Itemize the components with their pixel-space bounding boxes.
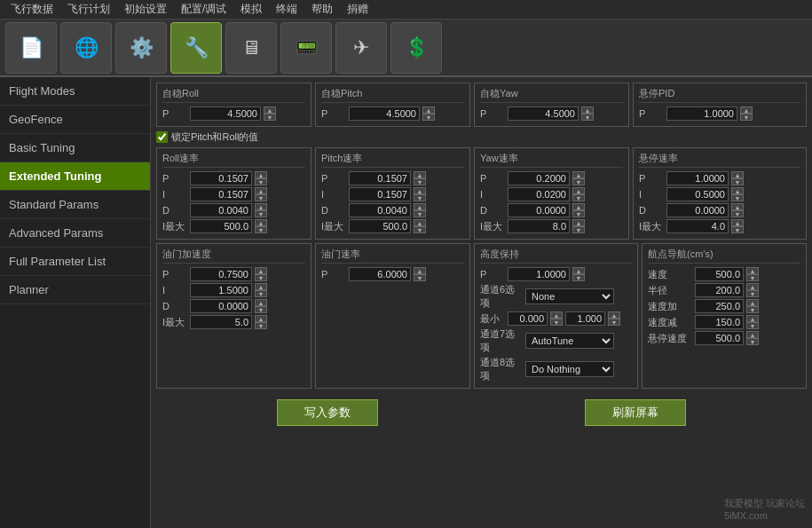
roll-pid-p-down[interactable]: ▼ — [264, 114, 276, 121]
sidebar-item-full-parameter-list[interactable]: Full Parameter List — [0, 248, 150, 276]
pitch-rate-p-input[interactable] — [349, 171, 411, 185]
wp-speed-accel-up[interactable]: ▲ — [746, 299, 759, 306]
pitch-rate-i-input[interactable] — [349, 187, 411, 201]
toolbar-help[interactable]: ✈ — [335, 22, 387, 74]
roll-pid-p-input[interactable] — [190, 106, 261, 121]
pitch-pid-p-input[interactable] — [349, 106, 420, 121]
wp-speed-decel-up[interactable]: ▲ — [746, 315, 759, 322]
roll-rate-d-down[interactable]: ▼ — [255, 210, 267, 217]
thr-rate-p-down[interactable]: ▼ — [414, 274, 426, 281]
yaw-rate-imax-input[interactable] — [508, 219, 570, 233]
yaw-rate-i-input[interactable] — [508, 187, 570, 201]
wp-speed-decel-spinner[interactable]: ▲ ▼ — [746, 315, 759, 329]
pitch-rate-imax-down[interactable]: ▼ — [414, 226, 426, 233]
loiter-rate-p-up[interactable]: ▲ — [731, 171, 744, 178]
loiter-pid-p-spinner[interactable]: ▲ ▼ — [740, 106, 753, 121]
yaw-rate-i-up[interactable]: ▲ — [572, 187, 585, 194]
roll-rate-d-input[interactable] — [190, 203, 252, 217]
pitch-pid-p-down[interactable]: ▼ — [422, 114, 435, 121]
alt-hold-p-input[interactable] — [508, 267, 570, 281]
pitch-rate-i-spinner[interactable]: ▲ ▼ — [414, 187, 426, 201]
thr-accel-i-up[interactable]: ▲ — [255, 283, 267, 290]
ch6-select[interactable]: None AutoTune Do Nothing — [525, 288, 614, 304]
roll-rate-i-up[interactable]: ▲ — [255, 187, 267, 194]
wp-speed-down[interactable]: ▼ — [746, 274, 759, 281]
toolbar-donate[interactable]: 💲 — [390, 22, 442, 74]
max-down[interactable]: ▼ — [608, 319, 620, 326]
roll-rate-imax-spinner[interactable]: ▲ ▼ — [255, 219, 267, 233]
wp-loiter-speed-input[interactable] — [695, 331, 744, 345]
wp-loiter-speed-spinner[interactable]: ▲ ▼ — [746, 331, 759, 345]
roll-rate-i-down[interactable]: ▼ — [255, 194, 267, 201]
roll-rate-p-up[interactable]: ▲ — [255, 171, 267, 178]
loiter-rate-imax-down[interactable]: ▼ — [731, 226, 744, 233]
yaw-rate-imax-spinner[interactable]: ▲ ▼ — [572, 219, 585, 233]
write-params-button[interactable]: 写入参数 — [277, 399, 378, 426]
loiter-rate-p-input[interactable] — [666, 171, 729, 185]
pitch-pid-p-spinner[interactable]: ▲ ▼ — [422, 106, 435, 121]
wp-speed-accel-down[interactable]: ▼ — [746, 306, 759, 313]
alt-hold-p-spinner[interactable]: ▲ ▼ — [572, 267, 585, 281]
min-up[interactable]: ▲ — [550, 311, 563, 319]
wp-loiter-speed-up[interactable]: ▲ — [746, 331, 759, 338]
pitch-rate-i-up[interactable]: ▲ — [414, 187, 426, 194]
pitch-rate-imax-spinner[interactable]: ▲ ▼ — [414, 219, 426, 233]
toolbar-flight-data[interactable]: 📄 — [5, 22, 57, 74]
thr-rate-p-spinner[interactable]: ▲ ▼ — [414, 267, 426, 281]
loiter-pid-p-input[interactable] — [666, 106, 737, 121]
toolbar-simulation[interactable]: 🖥 — [225, 22, 277, 74]
max-input[interactable] — [565, 311, 605, 326]
min-input[interactable] — [508, 311, 548, 326]
menu-flight-data[interactable]: 飞行数据 — [4, 2, 60, 17]
menu-config-tune[interactable]: 配置/调试 — [174, 2, 233, 17]
yaw-pid-p-spinner[interactable]: ▲ ▼ — [581, 106, 594, 121]
wp-speed-input[interactable] — [695, 267, 744, 281]
yaw-rate-i-down[interactable]: ▼ — [572, 194, 585, 201]
wp-loiter-speed-down[interactable]: ▼ — [746, 338, 759, 345]
yaw-rate-p-input[interactable] — [508, 171, 570, 185]
loiter-rate-i-up[interactable]: ▲ — [731, 187, 744, 194]
thr-accel-imax-down[interactable]: ▼ — [255, 322, 267, 329]
loiter-rate-d-up[interactable]: ▲ — [731, 203, 744, 210]
roll-rate-d-up[interactable]: ▲ — [255, 203, 267, 210]
min-spinner[interactable]: ▲ ▼ — [550, 311, 563, 326]
yaw-rate-i-spinner[interactable]: ▲ ▼ — [572, 187, 585, 201]
loiter-rate-p-down[interactable]: ▼ — [731, 178, 744, 185]
yaw-rate-d-up[interactable]: ▲ — [572, 203, 585, 210]
loiter-rate-imax-spinner[interactable]: ▲ ▼ — [731, 219, 744, 233]
yaw-pid-p-up[interactable]: ▲ — [581, 106, 594, 114]
wp-radius-up[interactable]: ▲ — [746, 283, 759, 290]
sidebar-item-geofence[interactable]: GeoFence — [0, 106, 150, 134]
roll-rate-imax-down[interactable]: ▼ — [255, 226, 267, 233]
thr-accel-i-down[interactable]: ▼ — [255, 290, 267, 297]
wp-speed-accel-spinner[interactable]: ▲ ▼ — [746, 299, 759, 313]
loiter-rate-d-input[interactable] — [666, 203, 729, 217]
toolbar-initial-setup[interactable]: ⚙️ — [115, 22, 167, 74]
thr-accel-p-input[interactable] — [190, 267, 252, 281]
sidebar-item-basic-tuning[interactable]: Basic Tuning — [0, 134, 150, 162]
pitch-rate-p-down[interactable]: ▼ — [414, 178, 426, 185]
thr-rate-p-up[interactable]: ▲ — [414, 267, 426, 274]
yaw-rate-d-spinner[interactable]: ▲ ▼ — [572, 203, 585, 217]
sidebar-item-flight-modes[interactable]: Flight Modes — [0, 77, 150, 106]
alt-hold-p-up[interactable]: ▲ — [572, 267, 585, 274]
yaw-pid-p-down[interactable]: ▼ — [581, 114, 594, 121]
roll-rate-d-spinner[interactable]: ▲ ▼ — [255, 203, 267, 217]
loiter-rate-imax-input[interactable] — [666, 219, 729, 233]
roll-rate-i-input[interactable] — [190, 187, 252, 201]
ch8-select[interactable]: Do Nothing None AutoTune — [525, 361, 614, 377]
loiter-rate-i-input[interactable] — [666, 187, 729, 201]
thr-accel-d-up[interactable]: ▲ — [255, 299, 267, 306]
max-up[interactable]: ▲ — [608, 311, 620, 319]
roll-rate-p-spinner[interactable]: ▲ ▼ — [255, 171, 267, 185]
wp-speed-decel-down[interactable]: ▼ — [746, 322, 759, 329]
sidebar-item-extended-tuning[interactable]: Extended Tuning — [0, 162, 150, 191]
loiter-rate-d-down[interactable]: ▼ — [731, 210, 744, 217]
pitch-rate-imax-up[interactable]: ▲ — [414, 219, 426, 226]
yaw-rate-p-down[interactable]: ▼ — [572, 178, 585, 185]
yaw-rate-d-input[interactable] — [508, 203, 570, 217]
wp-radius-down[interactable]: ▼ — [746, 290, 759, 297]
loiter-rate-imax-up[interactable]: ▲ — [731, 219, 744, 226]
thr-accel-imax-up[interactable]: ▲ — [255, 315, 267, 322]
yaw-rate-imax-up[interactable]: ▲ — [572, 219, 585, 226]
